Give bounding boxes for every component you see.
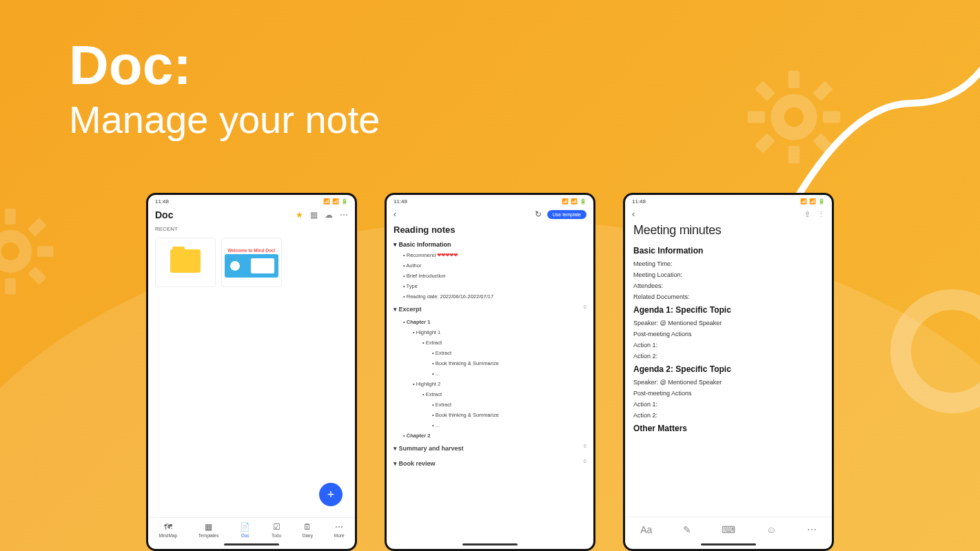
hearts-icon: ❤❤❤❤❤ bbox=[437, 252, 458, 258]
more-icon[interactable]: ⋯ bbox=[340, 210, 348, 220]
status-icons: 📶📶🔋 bbox=[560, 198, 586, 205]
share-icon[interactable]: ⇪ bbox=[804, 210, 810, 219]
outline-item[interactable]: • Extract bbox=[394, 337, 586, 348]
statusbar: 11:48 📶📶🔋 bbox=[387, 195, 593, 207]
outline-item[interactable]: • ... bbox=[394, 420, 586, 430]
outline-heading[interactable]: ▾ Basic Information bbox=[394, 239, 586, 250]
statusbar: 11:48 📶📶🔋 bbox=[148, 195, 355, 207]
outline-item[interactable]: • Book thinking & Summarize bbox=[394, 358, 586, 368]
todo-icon: ☑ bbox=[273, 522, 280, 532]
outline-item[interactable]: • Highlight 1 bbox=[394, 327, 586, 337]
outline-count: 0 bbox=[584, 458, 586, 469]
status-time: 11:48 bbox=[632, 198, 646, 205]
meeting-line[interactable]: Attendees: bbox=[633, 280, 824, 291]
bottom-nav: 🗺MindMap▦Templates📄Doc☑Todo🗓Diary⋯More bbox=[148, 517, 355, 543]
meeting-header: ‹ ⇪ ⋮ bbox=[625, 207, 832, 222]
meeting-line[interactable]: Post-meeting Actions bbox=[633, 329, 824, 340]
status-time: 11:48 bbox=[155, 198, 169, 205]
meeting-line[interactable]: Action 2: bbox=[633, 351, 824, 362]
toolbar-button[interactable]: ⌨ bbox=[722, 524, 735, 535]
meeting-line[interactable]: Action 1: bbox=[633, 399, 824, 410]
outline-item[interactable]: • Reading date: 2022/06/16-2022/07/17 bbox=[394, 291, 586, 302]
doc-title: Doc bbox=[155, 209, 289, 220]
more-icon[interactable]: ⋮ bbox=[817, 210, 825, 219]
status-icons: 📶📶🔋 bbox=[321, 198, 348, 205]
back-icon[interactable]: ‹ bbox=[632, 209, 635, 219]
meeting-line[interactable]: Post-meeting Actions bbox=[633, 388, 824, 399]
gesture-bar bbox=[462, 543, 518, 545]
nav-label: Todo bbox=[272, 533, 281, 538]
meeting-line[interactable]: Related Documents: bbox=[633, 291, 824, 302]
outline-item[interactable]: • Chapter 2 bbox=[394, 430, 586, 441]
history-icon[interactable]: ↻ bbox=[535, 209, 542, 219]
outline-item[interactable]: • Brief Introduction bbox=[394, 271, 586, 281]
more-icon: ⋯ bbox=[335, 522, 343, 532]
outline-item[interactable]: • Chapter 1 bbox=[394, 317, 586, 327]
meeting-line[interactable]: Action 1: bbox=[633, 340, 824, 351]
back-icon[interactable]: ‹ bbox=[394, 209, 396, 219]
meeting-body: Meeting minutes Basic InformationMeeting… bbox=[625, 222, 832, 436]
statusbar: 11:48 📶📶🔋 bbox=[625, 195, 832, 207]
gear-decor-icon bbox=[0, 207, 55, 296]
doc-icon: 📄 bbox=[240, 522, 250, 532]
meeting-line[interactable]: Meeting Location: bbox=[633, 269, 824, 280]
outline-heading[interactable]: ▾ Excerpt bbox=[394, 304, 422, 315]
hero-title: Doc: bbox=[69, 38, 380, 93]
nav-diary[interactable]: 🗓Diary bbox=[303, 522, 313, 538]
outline-heading[interactable]: ▾ Summary and harvest bbox=[394, 443, 464, 454]
nav-label: More bbox=[334, 533, 345, 538]
nav-mindmap[interactable]: 🗺MindMap bbox=[159, 522, 177, 538]
toolbar-button[interactable]: Aa bbox=[640, 524, 652, 535]
welcome-card[interactable]: Welcome to Mind Doc! bbox=[221, 238, 282, 287]
meeting-line[interactable]: Speaker: @ Mentioned Speaker bbox=[633, 318, 824, 329]
outline-item[interactable]: • Author bbox=[394, 260, 586, 271]
outline-item[interactable]: • ... bbox=[394, 368, 586, 379]
outline-item[interactable]: • Book thinking & Summarize bbox=[394, 410, 586, 420]
phones-row: 11:48 📶📶🔋 Doc ★ ▦ ☁ ⋯ RECENT Welcome to … bbox=[146, 193, 834, 551]
star-icon[interactable]: ★ bbox=[296, 210, 303, 220]
outline-item[interactable]: • Highlight 2 bbox=[394, 379, 586, 389]
nav-doc[interactable]: 📄Doc bbox=[240, 522, 250, 538]
outline-item[interactable]: • Extract bbox=[394, 399, 586, 410]
doc-grid: Welcome to Mind Doc! bbox=[148, 233, 355, 291]
nav-todo[interactable]: ☑Todo bbox=[272, 522, 281, 538]
templates-icon: ▦ bbox=[205, 522, 212, 532]
outline-item[interactable]: • Extract bbox=[394, 348, 586, 358]
outline-item[interactable]: • Recommend ❤❤❤❤❤ bbox=[394, 250, 586, 260]
svg-rect-18 bbox=[28, 266, 47, 285]
meeting-title: Meeting minutes bbox=[633, 222, 824, 243]
outline-heading[interactable]: ▾ Book review bbox=[394, 458, 436, 469]
note-header: ‹ ↻ Use template bbox=[387, 207, 593, 223]
toolbar-button[interactable]: ✎ bbox=[683, 524, 691, 535]
outline-item[interactable]: • Extract bbox=[394, 389, 586, 399]
meeting-heading: Agenda 1: Specific Topic bbox=[633, 302, 824, 318]
meeting-line[interactable]: Action 2: bbox=[633, 410, 824, 421]
cloud-icon[interactable]: ☁ bbox=[325, 210, 333, 220]
meeting-heading: Other Matters bbox=[633, 421, 824, 436]
meeting-line[interactable]: Meeting Time: bbox=[633, 258, 824, 269]
folder-icon bbox=[170, 249, 201, 273]
outline-item[interactable]: • Type bbox=[394, 281, 586, 291]
mindmap-icon: 🗺 bbox=[164, 522, 172, 532]
toolbar-button[interactable]: ⋯ bbox=[807, 524, 817, 535]
meeting-heading: Agenda 2: Specific Topic bbox=[633, 362, 824, 377]
hero-block: Doc: Manage your note bbox=[69, 38, 380, 142]
nav-label: Doc bbox=[241, 533, 249, 538]
welcome-card-body bbox=[225, 254, 278, 278]
hero-subtitle: Manage your note bbox=[69, 97, 380, 142]
diary-icon: 🗓 bbox=[303, 522, 312, 532]
nav-more[interactable]: ⋯More bbox=[334, 522, 345, 538]
phone-doc-list: 11:48 📶📶🔋 Doc ★ ▦ ☁ ⋯ RECENT Welcome to … bbox=[146, 193, 357, 551]
grid-icon[interactable]: ▦ bbox=[310, 210, 318, 220]
section-label: RECENT bbox=[148, 225, 355, 233]
toolbar-button[interactable]: ☺ bbox=[766, 524, 776, 535]
svg-rect-14 bbox=[37, 246, 53, 257]
phone-meeting-minutes: 11:48 📶📶🔋 ‹ ⇪ ⋮ Meeting minutes Basic In… bbox=[623, 193, 834, 551]
svg-rect-11 bbox=[5, 209, 16, 225]
nav-templates[interactable]: ▦Templates bbox=[198, 522, 219, 538]
folder-card[interactable] bbox=[155, 238, 216, 287]
add-fab[interactable]: + bbox=[319, 483, 343, 506]
use-template-button[interactable]: Use template bbox=[547, 210, 586, 219]
svg-rect-16 bbox=[28, 218, 47, 237]
meeting-line[interactable]: Speaker: @ Mentioned Speaker bbox=[633, 377, 824, 388]
